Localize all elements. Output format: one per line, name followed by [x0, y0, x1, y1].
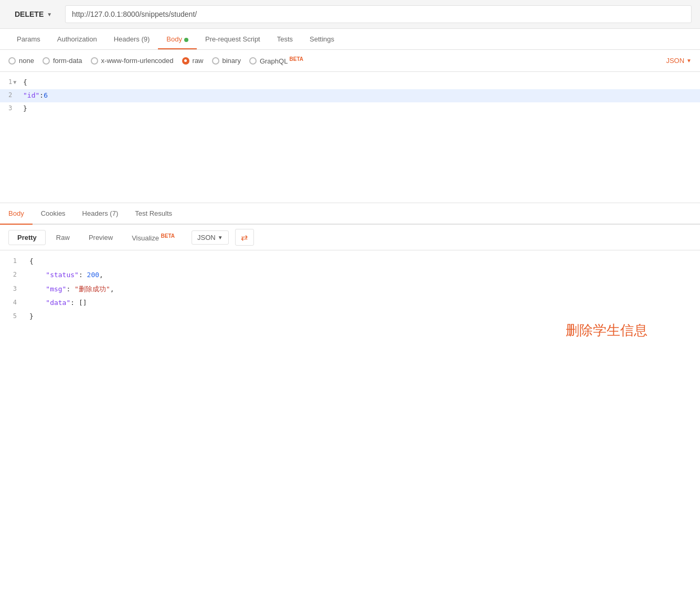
resp-val-data: [] — [79, 299, 87, 307]
radio-none[interactable]: none — [8, 57, 34, 65]
resp-key-status: "status" — [46, 271, 79, 279]
wrap-button[interactable]: ⇄ — [235, 229, 254, 246]
tab-body[interactable]: Body — [158, 29, 197, 49]
fold-arrow-icon: ▼ — [13, 78, 16, 87]
radio-circle-graphql — [249, 57, 257, 65]
resp-tab-testresults[interactable]: Test Results — [126, 203, 181, 224]
req-line-1: 1 ▼ { — [0, 76, 700, 89]
radio-circle-urlencoded — [91, 57, 98, 65]
resp-format-dropdown-icon: ▼ — [218, 235, 223, 240]
tab-settings[interactable]: Settings — [301, 29, 343, 49]
response-view-row: Pretty Raw Preview Visualize BETA JSON ▼… — [0, 225, 700, 250]
view-tab-preview[interactable]: Preview — [80, 230, 121, 245]
radio-raw[interactable]: raw — [182, 57, 204, 65]
req-val-id: 6 — [44, 91, 48, 99]
request-body-editor[interactable]: 1 ▼ { 2 "id":6 3 } — [0, 72, 700, 203]
view-tab-raw[interactable]: Raw — [48, 230, 78, 245]
req-line-3: 3 } — [0, 102, 700, 115]
req-line-2: 2 "id":6 — [0, 89, 700, 102]
response-tabs: Body Cookies Headers (7) Test Results — [0, 203, 700, 225]
tab-authorization[interactable]: Authorization — [49, 29, 105, 49]
radio-urlencoded[interactable]: x-www-form-urlencoded — [91, 57, 174, 65]
method-label: DELETE — [15, 10, 44, 18]
resp-tab-cookies[interactable]: Cookies — [33, 203, 74, 224]
radio-circle-binary — [212, 57, 219, 65]
chevron-down-icon: ▼ — [47, 12, 52, 17]
annotation-text: 删除学生信息 — [566, 321, 648, 340]
tab-params[interactable]: Params — [8, 29, 49, 49]
beta-badge: BETA — [161, 233, 175, 239]
radio-circle-none — [8, 57, 16, 65]
resp-key-data: "data" — [46, 299, 70, 307]
resp-tab-body[interactable]: Body — [0, 203, 33, 224]
json-format-selector[interactable]: JSON ▼ — [666, 57, 692, 65]
resp-tab-headers[interactable]: Headers (7) — [74, 203, 127, 224]
resp-key-msg: "msg" — [46, 285, 66, 293]
radio-binary[interactable]: binary — [212, 57, 241, 65]
json-dropdown-icon: ▼ — [686, 58, 692, 64]
tab-tests[interactable]: Tests — [269, 29, 301, 49]
radio-formdata[interactable]: form-data — [43, 57, 82, 65]
resp-line-4: 4 "data": [] — [0, 296, 700, 310]
wrap-icon: ⇄ — [241, 233, 248, 243]
resp-line-3: 3 "msg": "删除成功", — [0, 282, 700, 296]
tab-prerequest[interactable]: Pre-request Script — [197, 29, 269, 49]
resp-val-msg: "删除成功" — [75, 285, 110, 293]
method-select[interactable]: DELETE ▼ — [8, 6, 61, 23]
req-key-id: "id" — [23, 91, 39, 99]
resp-line-2: 2 "status": 200, — [0, 268, 700, 282]
radio-circle-formdata — [43, 57, 50, 65]
view-tab-pretty[interactable]: Pretty — [8, 230, 46, 245]
resp-line-1: 1 { — [0, 255, 700, 268]
view-tab-visualize[interactable]: Visualize BETA — [123, 230, 183, 245]
tab-headers[interactable]: Headers (9) — [105, 29, 158, 49]
response-body-viewer: 1 { 2 "status": 200, 3 "msg": "删除成功", 4 … — [0, 250, 700, 366]
response-area: Body Cookies Headers (7) Test Results Pr… — [0, 203, 700, 366]
resp-val-status: 200 — [87, 271, 99, 279]
radio-circle-raw — [182, 57, 189, 65]
response-format-select[interactable]: JSON ▼ — [192, 230, 229, 245]
url-bar: DELETE ▼ — [0, 0, 700, 29]
request-tabs: Params Authorization Headers (9) Body Pr… — [0, 29, 700, 50]
url-input[interactable] — [65, 5, 692, 23]
body-active-dot — [184, 38, 188, 42]
body-type-row: none form-data x-www-form-urlencoded raw… — [0, 50, 700, 72]
radio-graphql[interactable]: GraphQL BETA — [249, 56, 303, 65]
